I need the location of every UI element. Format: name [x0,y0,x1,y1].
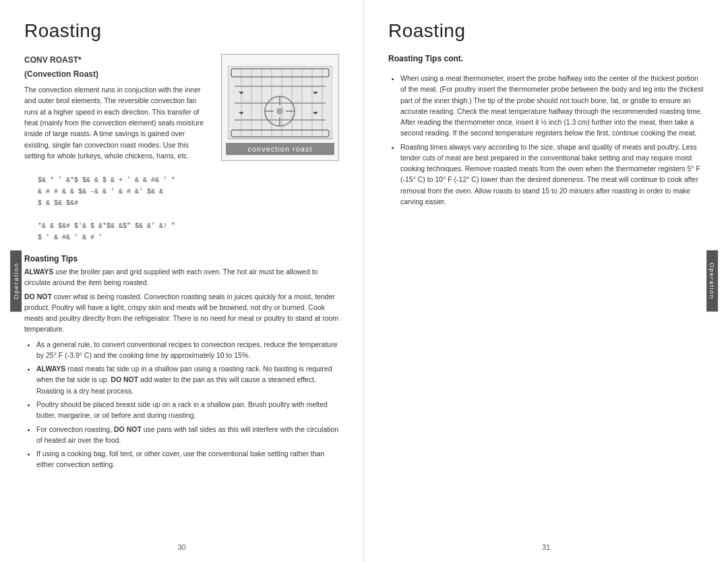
tips-cont-label: cont. [444,54,463,63]
encoded-line-5: $ ' & #& ' & # ' [38,232,339,243]
roasting-tips-heading: Roasting Tips [24,254,339,263]
bullet-donot-bold: DO NOT [111,375,138,383]
conv-body: The convection element runs in conjuctio… [24,84,210,161]
left-page-title: Roasting [24,20,339,42]
bullet-right-1: When using a meat thermometer, insert th… [400,73,704,139]
bullet-right-2: Roasting times always vary according to … [400,142,704,208]
bullet-left-2: ALWAYS roast meats fat side up in a shal… [36,363,339,396]
tips-always-para: ALWAYS use the broiler pan and grid supp… [24,266,339,288]
conv-heading: CONV ROAST* [24,54,210,67]
right-page-title: Roasting [388,20,704,42]
oven-label: convection roast [226,143,334,155]
bullet-left-1: As a general rule, to convert convention… [36,339,339,361]
left-bullets: As a general rule, to convert convention… [24,339,339,473]
bullet-left-4: For convection roasting, DO NOT use pans… [36,424,339,446]
bullet-always-bold: ALWAYS [36,365,65,373]
right-operation-tab: Operation [706,250,718,311]
left-operation-tab: Operation [10,250,22,311]
oven-diagram [228,66,332,140]
encoded-line-2: & # # & & $& -& & ' & # &' $& & [38,186,339,197]
right-tips-cont-heading: Roasting Tips cont. [388,54,704,63]
encoded-line-3: $ & $& $&# [38,197,339,209]
right-page-number: 31 [542,543,550,551]
encoded-table: $& * ' &*$ $& & $ & + ' & & #& ' * & # #… [38,175,339,243]
tips-line2: cover what is being roasted. Convection … [24,292,338,334]
svg-point-15 [276,108,283,115]
left-page-number: 30 [177,543,185,551]
right-page: Operation Roasting Roasting Tips cont. W… [364,0,728,562]
bullet-left-3: Poultry should be placed breast side up … [36,399,339,421]
tips-line1: use the broiler pan and grid supplied wi… [24,268,317,286]
conv-subheading: (Convection Roast) [24,68,210,81]
tips-donot-bold: DO NOT [24,292,52,301]
bullet-left-5: If using a cooking bag, foil tent, or ot… [36,448,339,470]
encoded-line-4: *& & $&# $'& $ &*$& &$" $& &' &! " [38,220,339,232]
tips-always-bold: ALWAYS [24,268,53,276]
conv-roast-section: CONV ROAST* (Convection Roast) The conve… [24,54,339,161]
right-bullets: When using a meat thermometer, insert th… [388,73,704,210]
left-page: Operation Roasting CONV ROAST* (Convecti… [0,0,364,562]
tips-cont-label-bold: Roasting Tips [388,54,442,63]
oven-image-box: convection roast [221,54,339,161]
bullet-donot2-bold: DO NOT [114,425,142,433]
conv-roast-text: CONV ROAST* (Convection Roast) The conve… [24,54,210,161]
encoded-line-1: $& * ' &*$ $& & $ & + ' & & #& ' * [38,175,339,186]
tips-donot-para: DO NOT cover what is being roasted. Conv… [24,291,339,335]
